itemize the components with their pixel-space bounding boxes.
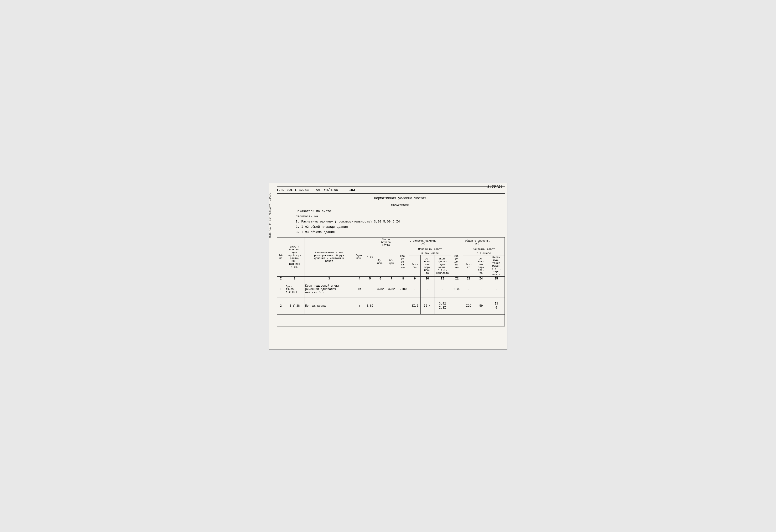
num-6: 6 <box>375 276 386 281</box>
row2-mass-total: - <box>386 298 397 314</box>
row1-total-equip: 2IОО <box>451 281 463 298</box>
col-mass-group: Массабруттонетто <box>375 237 397 247</box>
col-mass-total: Об-щая <box>386 247 397 276</box>
num-7: 7 <box>386 276 397 281</box>
group-header-row: №№пп Шифр и№ пози-циипрейску-ранта,УСН,ц… <box>277 237 505 247</box>
row2-total-mont-main: 59 <box>474 298 488 314</box>
col-mont-all-hdr: Все-го. <box>409 255 420 276</box>
num-15: I5 <box>488 276 505 281</box>
row2-mont-expl-denom: I,3I <box>439 306 446 309</box>
row1-cost-equip: 2IОО <box>397 281 409 298</box>
row1-mass-total: 3,82 <box>386 281 397 298</box>
col-mont-main-hdr: Ос-нов-наязар-пла-та <box>420 255 434 276</box>
row2-mont-main: I5,4 <box>420 298 434 314</box>
row2-cost-equip: - <box>397 298 409 314</box>
row1-total-mont-all: - <box>463 281 474 298</box>
num-1: I <box>277 276 285 281</box>
row2-code: 3-У-38 <box>285 298 305 314</box>
row2-total-mont-expl: I3 5 <box>488 298 505 314</box>
col-code: Шифр и№ пози-циипрейску-ранта,УСН,ценник… <box>285 237 305 276</box>
num-4: 4 <box>354 276 365 281</box>
row1-mass-unit: 3,82 <box>375 281 386 298</box>
row2-total-mont-expl-numer: I3 <box>495 302 498 306</box>
header-tp: Т.П. 9ОI-I-32.83 <box>277 188 309 192</box>
col-nn: №№пп <box>277 237 285 276</box>
item1: I. Расчетную единицу (производительность… <box>296 219 505 224</box>
num-row: I 2 3 4 5 6 7 8 9 IО II I2 I3 I4 I5 <box>277 276 505 281</box>
row1-num: I <box>277 281 285 298</box>
num-3: 3 <box>305 276 354 281</box>
row1-qty: I <box>365 281 375 298</box>
row2-unit: т <box>354 298 365 314</box>
row1-total-mont-expl: - <box>488 281 505 298</box>
col-total-mont-group: Монтажн. работ <box>463 247 505 251</box>
row1-unit: шт <box>354 281 365 298</box>
num-13: I3 <box>463 276 474 281</box>
main-table: №№пп Шифр и№ пози-циипрейску-ранта,УСН,ц… <box>277 237 505 326</box>
col-total-mont-main-hdr: Ос-нов-наязар-пла-та <box>474 255 488 276</box>
col-mont-expl-hdr: Эксп-луата-циямашинв т.ч.зарплата <box>434 255 451 276</box>
row1-mont-main: - <box>420 281 434 298</box>
num-12: I2 <box>451 276 463 281</box>
row2-total-mont-expl-denom: 5 <box>496 306 497 309</box>
row2-mont-expl: 3,42 I,3I <box>434 298 451 314</box>
row1-name: Кран подвесной элект-рический однобалоч-… <box>305 281 354 298</box>
col-qty: К-во <box>365 237 375 276</box>
row2-total-mont-all: I2О <box>463 298 474 314</box>
page: 8459/14 7В10 зак.41 тир.500дат78. /43ол/… <box>269 183 508 349</box>
row1-mont-all: - <box>409 281 420 298</box>
num-11: II <box>434 276 451 281</box>
col-unit: Един.изм. <box>354 237 365 276</box>
row2-total-equip: - <box>451 298 463 314</box>
num-5: 5 <box>365 276 375 281</box>
info-block: Нормативная условно-чистая продукция Пок… <box>277 194 505 237</box>
col-mont-group: Монтажных работ <box>409 247 451 251</box>
row2-num: 2 <box>277 298 285 314</box>
row2-mont-all: 3I,5 <box>409 298 420 314</box>
item2: 2. I м2 общей площади здания <box>296 224 505 230</box>
cost-label: Стоимость на: <box>296 214 505 219</box>
num-10: IО <box>420 276 434 281</box>
col-mont-in-subgroup: в том числе <box>409 251 451 255</box>
col-mass-unit: Ед.изм. <box>375 247 386 276</box>
table-row: 2 3-У-38 Монтаж крана т 3,82 - - - 3I,5 … <box>277 298 505 314</box>
row2-qty: 3,82 <box>365 298 375 314</box>
col-cost-total-group: Общая стоимость,руб. <box>451 237 505 247</box>
col-cost-unit-group: Стоимость единицы,руб. <box>397 237 451 247</box>
empty-row1 <box>277 314 505 326</box>
indicators-label: Показатели по смете: <box>296 209 505 214</box>
empty-cell1 <box>277 314 505 326</box>
row2-total-mont-expl-fraction: I3 5 <box>489 302 504 309</box>
row2-mont-expl-numer: 3,42 <box>439 302 446 306</box>
row2-mont-expl-fraction: 3,42 I,3I <box>435 302 450 309</box>
row1-total-mont-main: - <box>474 281 488 298</box>
num-2: 2 <box>285 276 305 281</box>
col-name: Наименование и ха-рактеристика обору-дов… <box>305 237 354 276</box>
row1-code: Пр-нтI9-05п.2-024 <box>285 281 305 298</box>
row2-name: Монтаж крана <box>305 298 354 314</box>
num-9: 9 <box>409 276 420 281</box>
col-total-mont-all-hdr: Все-го <box>463 255 474 276</box>
header-al: Ал. УШ/Ш.86 <box>316 188 338 192</box>
page-number: 8459/14 <box>487 185 502 189</box>
row1-mont-expl: - <box>434 281 451 298</box>
header-line: Т.П. 9ОI-I-32.83 Ал. УШ/Ш.86 - IОЗ - <box>277 187 505 194</box>
row2-mass-unit: - <box>375 298 386 314</box>
col-total-mont-expl-hdr: Эксп-луа-тациямашинв т.ч.зар-плата <box>488 255 505 276</box>
info-title2: продукция <box>296 202 505 208</box>
item3: 3. I м3 объема здания <box>296 230 505 235</box>
left-label: 7В10 зак.41 тир.500дат78. /43ол/ <box>269 193 274 238</box>
num-14: I4 <box>474 276 488 281</box>
col-total-equip: Обо-ру-до-ва-ния <box>451 247 463 276</box>
info-title1: Нормативная условно-чистая <box>296 196 505 201</box>
col-total-mont-in-subgroup: в т.числе <box>463 251 505 255</box>
table-row: I Пр-нтI9-05п.2-024 Кран подвесной элект… <box>277 281 505 298</box>
header-num: - IОЗ - <box>345 188 359 192</box>
num-8: 8 <box>397 276 409 281</box>
col-cost-equip: Обо-ру-до-ва-ния <box>397 247 409 276</box>
